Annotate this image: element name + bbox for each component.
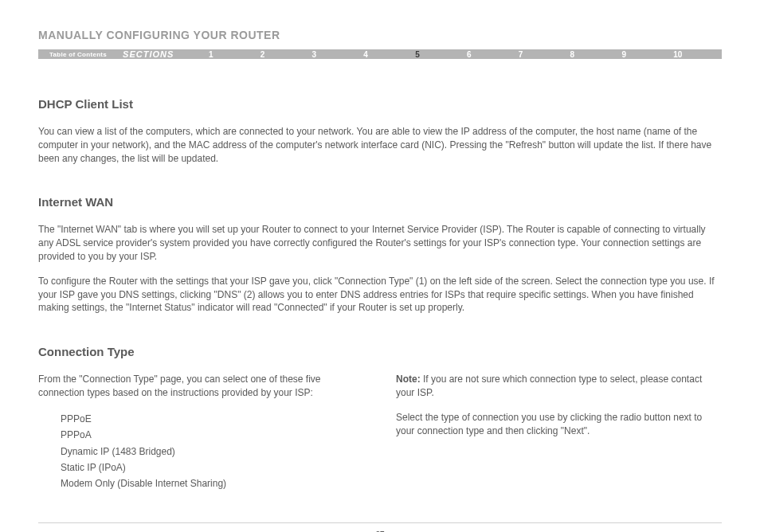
section-nav-bar: Table of Contents SECTIONS 1 2 3 4 5 6 7… (38, 49, 722, 59)
list-item: Modem Only (Disable Internet Sharing) (61, 475, 364, 491)
nav-item-5[interactable]: 5 (415, 50, 420, 59)
page-header-title: MANUALLY CONFIGURING YOUR ROUTER (38, 29, 722, 41)
note-body: If you are not sure which connection typ… (396, 374, 702, 398)
nav-item-2[interactable]: 2 (261, 50, 265, 59)
nav-item-6[interactable]: 6 (467, 50, 472, 59)
conn-section: Connection Type From the "Connection Typ… (38, 345, 722, 492)
conn-right-col: Note: If you are not sure which connecti… (396, 373, 722, 492)
wan-p2: To configure the Router with the setting… (38, 275, 722, 315)
list-item: PPPoE (61, 411, 364, 427)
list-item: Dynamic IP (1483 Bridged) (61, 444, 364, 460)
nav-item-7[interactable]: 7 (519, 50, 523, 59)
nav-item-8[interactable]: 8 (570, 50, 575, 59)
conn-intro: From the "Connection Type" page, you can… (38, 373, 364, 400)
list-item: Static IP (IPoA) (61, 460, 364, 475)
conn-type-list: PPPoE PPPoA Dynamic IP (1483 Bridged) St… (38, 411, 364, 492)
conn-heading: Connection Type (38, 345, 722, 358)
dhcp-section: DHCP Client List You can view a list of … (38, 97, 722, 165)
nav-item-10[interactable]: 10 (673, 50, 682, 59)
conn-left-col: From the "Connection Type" page, you can… (38, 373, 364, 492)
dhcp-body: You can view a list of the computers, wh… (38, 125, 722, 165)
nav-item-9[interactable]: 9 (621, 50, 626, 59)
conn-select-body: Select the type of connection you use by… (396, 411, 722, 438)
note-label: Note: (396, 374, 421, 385)
nav-item-4[interactable]: 4 (363, 50, 368, 59)
nav-items-container: 1 2 3 4 5 6 7 8 9 10 (185, 50, 722, 59)
nav-toc-link[interactable]: Table of Contents (38, 51, 118, 58)
list-item: PPPoA (61, 427, 364, 443)
nav-item-3[interactable]: 3 (312, 50, 317, 59)
wan-section: Internet WAN The "Internet WAN" tab is w… (38, 195, 722, 315)
nav-item-1[interactable]: 1 (209, 50, 214, 59)
nav-sections-label: SECTIONS (118, 49, 185, 59)
wan-p1: The "Internet WAN" tab is where you will… (38, 223, 722, 263)
dhcp-heading: DHCP Client List (38, 97, 722, 111)
wan-heading: Internet WAN (38, 195, 722, 209)
page-footer: G Wireless Modem Router 27 (38, 522, 722, 532)
conn-note: Note: If you are not sure which connecti… (396, 373, 722, 400)
